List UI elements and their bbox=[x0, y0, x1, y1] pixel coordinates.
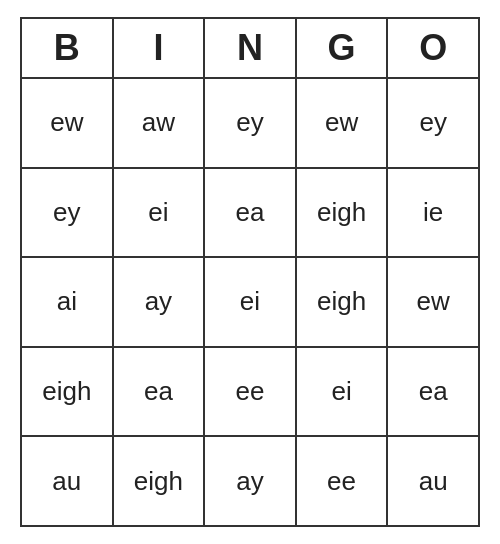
header-cell-n: N bbox=[205, 19, 297, 77]
bingo-cell-1-1: ei bbox=[114, 169, 206, 257]
bingo-cell-3-0: eigh bbox=[22, 348, 114, 436]
bingo-cell-4-0: au bbox=[22, 437, 114, 525]
bingo-row-0: ewaweyewey bbox=[22, 79, 478, 169]
bingo-cell-4-4: au bbox=[388, 437, 478, 525]
bingo-cell-3-2: ee bbox=[205, 348, 297, 436]
bingo-row-1: eyeieaeighie bbox=[22, 169, 478, 259]
bingo-cell-0-4: ey bbox=[388, 79, 478, 167]
bingo-cell-0-0: ew bbox=[22, 79, 114, 167]
bingo-cell-2-1: ay bbox=[114, 258, 206, 346]
bingo-row-3: eigheaeeeiea bbox=[22, 348, 478, 438]
bingo-row-2: aiayeieighew bbox=[22, 258, 478, 348]
bingo-header: BINGO bbox=[22, 19, 478, 79]
bingo-cell-3-4: ea bbox=[388, 348, 478, 436]
bingo-cell-0-1: aw bbox=[114, 79, 206, 167]
header-cell-g: G bbox=[297, 19, 389, 77]
bingo-cell-0-2: ey bbox=[205, 79, 297, 167]
bingo-cell-2-4: ew bbox=[388, 258, 478, 346]
bingo-cell-4-2: ay bbox=[205, 437, 297, 525]
header-cell-b: B bbox=[22, 19, 114, 77]
bingo-cell-2-0: ai bbox=[22, 258, 114, 346]
header-cell-i: I bbox=[114, 19, 206, 77]
bingo-cell-0-3: ew bbox=[297, 79, 389, 167]
bingo-cell-2-2: ei bbox=[205, 258, 297, 346]
header-cell-o: O bbox=[388, 19, 478, 77]
bingo-cell-1-4: ie bbox=[388, 169, 478, 257]
bingo-cell-4-3: ee bbox=[297, 437, 389, 525]
bingo-cell-1-0: ey bbox=[22, 169, 114, 257]
bingo-cell-2-3: eigh bbox=[297, 258, 389, 346]
bingo-card: BINGO ewaweyeweyeyeieaeighieaiayeieighew… bbox=[20, 17, 480, 527]
bingo-body: ewaweyeweyeyeieaeighieaiayeieigheweighea… bbox=[22, 79, 478, 525]
bingo-cell-4-1: eigh bbox=[114, 437, 206, 525]
bingo-cell-3-3: ei bbox=[297, 348, 389, 436]
bingo-cell-1-2: ea bbox=[205, 169, 297, 257]
bingo-cell-1-3: eigh bbox=[297, 169, 389, 257]
bingo-cell-3-1: ea bbox=[114, 348, 206, 436]
bingo-row-4: aueighayeeau bbox=[22, 437, 478, 525]
